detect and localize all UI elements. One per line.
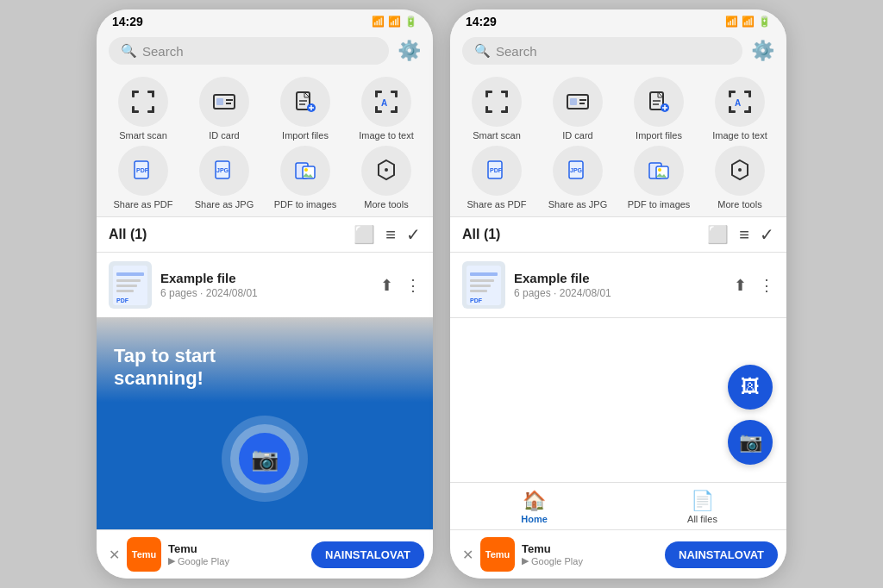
temu-text-right: Temu ▶ Google Play	[522, 542, 658, 566]
temu-logo-left: Temu	[127, 537, 161, 572]
tool-more-tools-left[interactable]: More tools	[348, 146, 424, 210]
phone-right: 14:29 📶 📶 🔋 🔍 Search ⚙️	[450, 9, 786, 579]
settings-icon-right[interactable]: ⚙️	[751, 40, 774, 62]
file-actions-right: ⬆ ⋮	[734, 276, 774, 295]
tool-smart-scan-right[interactable]: Smart scan	[459, 77, 535, 141]
check-icon-right[interactable]: ✓	[760, 224, 774, 245]
temu-store-label-right: ▶ Google Play	[522, 555, 658, 566]
tool-smart-scan-label-left: Smart scan	[119, 130, 167, 141]
more-icon-right[interactable]: ⋮	[759, 276, 774, 295]
status-time-left: 14:29	[112, 15, 143, 28]
tool-more-tools-right[interactable]: More tools	[702, 146, 778, 210]
tool-import-files-right[interactable]: Import files	[621, 77, 697, 141]
svg-text:PDF: PDF	[136, 167, 149, 173]
file-thumbnail-right: PDF	[462, 261, 505, 309]
svg-rect-1	[132, 91, 135, 97]
settings-icon-left[interactable]: ⚙️	[398, 40, 421, 62]
tool-share-pdf-label-right: Share as PDF	[467, 199, 526, 210]
svg-text:PDF: PDF	[116, 297, 129, 303]
scan-button-wrap-left[interactable]: 📷	[222, 416, 308, 502]
temu-install-button-left[interactable]: NAINSTALOVAT	[311, 541, 424, 568]
new-folder-icon-left[interactable]: ⬜	[354, 224, 375, 245]
tool-import-files-left[interactable]: Import files	[267, 77, 343, 141]
file-item-right[interactable]: PDF Example file 6 pages · 2024/08/01 ⬆ …	[450, 253, 786, 318]
svg-rect-39	[116, 285, 137, 287]
wifi-icon-right: 📶	[725, 16, 738, 28]
svg-point-75	[658, 168, 661, 172]
close-banner-icon-left[interactable]: ✕	[109, 547, 120, 563]
tool-share-pdf-right[interactable]: PDF Share as PDF	[459, 146, 535, 210]
nav-home-right[interactable]: 🏠 Home	[450, 490, 618, 524]
tool-import-files-label-left: Import files	[282, 130, 329, 141]
tool-pdf-to-images-right[interactable]: PDF to images	[621, 146, 697, 210]
tool-id-card-label-right: ID card	[562, 130, 592, 141]
tool-pdf-to-images-left[interactable]: PDF to images	[267, 146, 343, 210]
tool-more-tools-label-right: More tools	[717, 199, 761, 210]
tool-id-card-right[interactable]: ID card	[540, 77, 616, 141]
bottom-nav-right: 🏠 Home 📄 All files	[450, 482, 786, 529]
wifi-icon: 📶	[372, 16, 385, 28]
search-bar-right: 🔍 Search ⚙️	[450, 32, 786, 70]
search-placeholder-left: Search	[142, 44, 184, 59]
file-section-right: 🖼 📷	[450, 318, 786, 482]
signal-icon: 📶	[388, 16, 401, 28]
file-info-left: Example file 6 pages · 2024/08/01	[160, 271, 372, 299]
tool-pdf-to-images-label-left: PDF to images	[274, 199, 337, 210]
close-banner-icon-right[interactable]: ✕	[462, 547, 473, 563]
all-title-right: All (1)	[462, 227, 500, 242]
tool-share-pdf-label-left: Share as PDF	[113, 199, 172, 210]
all-section-icons-right: ⬜ ≡ ✓	[707, 224, 774, 245]
tool-share-jpg-right[interactable]: JPG Share as JPG	[540, 146, 616, 210]
svg-text:JPG: JPG	[570, 167, 583, 173]
new-folder-icon-right[interactable]: ⬜	[707, 224, 729, 245]
google-play-icon-left: ▶	[168, 555, 175, 566]
tool-share-pdf-left[interactable]: PDF Share as PDF	[105, 146, 181, 210]
file-item-left[interactable]: PDF Example file 6 pages · 2024/08/01 ⬆ …	[97, 253, 433, 317]
nav-all-files-right[interactable]: 📄 All files	[618, 490, 786, 524]
all-section-left: All (1) ⬜ ≡ ✓	[97, 216, 433, 253]
phone-left: 14:29 📶 📶 🔋 🔍 Search ⚙️	[97, 9, 433, 579]
gallery-fab-right[interactable]: 🖼	[728, 365, 773, 410]
scan-overlay-left[interactable]: Tap to startscanning! 📷	[97, 317, 433, 529]
file-name-left: Example file	[160, 271, 372, 285]
battery-icon: 🔋	[404, 16, 417, 28]
nav-home-label-right: Home	[521, 514, 548, 524]
svg-rect-23	[375, 106, 378, 113]
battery-icon-right: 🔋	[758, 16, 771, 28]
search-input-wrap-right[interactable]: 🔍 Search	[462, 37, 742, 65]
all-title-left: All (1)	[109, 227, 147, 242]
tool-more-tools-label-left: More tools	[364, 199, 408, 210]
share-icon-right[interactable]: ⬆	[734, 276, 747, 295]
svg-rect-19	[375, 91, 378, 97]
svg-text:PDF: PDF	[470, 297, 483, 303]
svg-rect-63	[748, 91, 751, 97]
svg-rect-49	[505, 106, 508, 113]
temu-logo-right: Temu	[480, 537, 515, 572]
camera-fab-right[interactable]: 📷	[728, 420, 773, 465]
tool-image-to-text-left[interactable]: A Image to text	[348, 77, 424, 141]
search-icon-right: 🔍	[474, 43, 491, 59]
tool-id-card-left[interactable]: ID card	[186, 77, 262, 141]
temu-app-name-left: Temu	[168, 542, 304, 555]
tool-import-files-label-right: Import files	[636, 130, 682, 141]
tool-image-to-text-right[interactable]: A Image to text	[702, 77, 778, 141]
check-icon-left[interactable]: ✓	[406, 224, 421, 245]
tool-id-card-label-left: ID card	[209, 130, 239, 141]
svg-text:JPG: JPG	[216, 167, 229, 173]
temu-install-button-right[interactable]: NAINSTALOVAT	[665, 541, 778, 568]
svg-rect-45	[505, 91, 508, 97]
sort-icon-left[interactable]: ≡	[385, 225, 396, 245]
scan-camera-button-left[interactable]: 📷	[239, 433, 291, 485]
sort-icon-right[interactable]: ≡	[739, 225, 749, 245]
status-bar-right: 14:29 📶 📶 🔋	[450, 9, 786, 32]
temu-text-left: Temu ▶ Google Play	[168, 542, 304, 566]
svg-rect-21	[395, 91, 398, 97]
tool-smart-scan-left[interactable]: Smart scan	[105, 77, 181, 141]
more-icon-left[interactable]: ⋮	[405, 276, 421, 295]
svg-text:PDF: PDF	[490, 167, 503, 173]
tool-share-jpg-left[interactable]: JPG Share as JPG	[186, 146, 262, 210]
share-icon-left[interactable]: ⬆	[380, 276, 393, 295]
search-input-wrap-left[interactable]: 🔍 Search	[109, 37, 389, 65]
tool-image-to-text-label-left: Image to text	[359, 130, 414, 141]
svg-text:A: A	[381, 98, 387, 108]
